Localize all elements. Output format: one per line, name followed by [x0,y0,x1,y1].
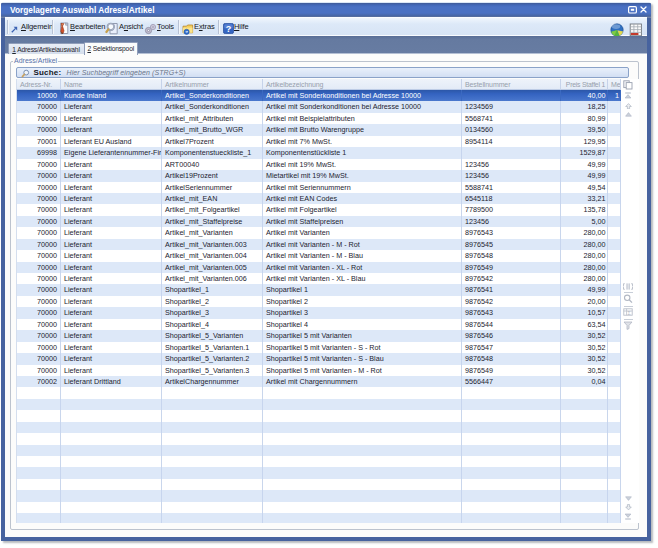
svg-text:?: ? [226,23,232,33]
svg-text:Σ: Σ [628,310,631,316]
